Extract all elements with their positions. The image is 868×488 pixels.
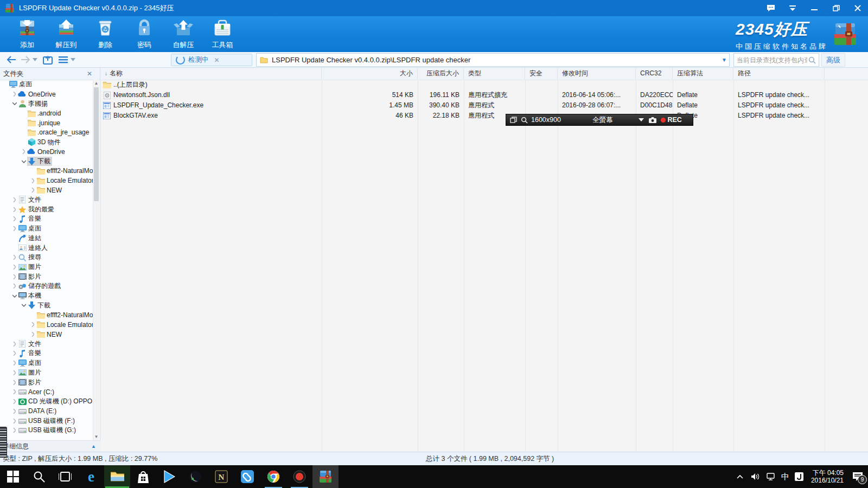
column-header-crc32[interactable]: CRC32 xyxy=(636,68,673,79)
expand-icon[interactable] xyxy=(11,399,18,404)
tree-item-連結[interactable]: 連結 xyxy=(0,234,93,243)
tree-item-Acer (C:)[interactable]: Acer (C:) xyxy=(0,387,93,397)
scroll-down-icon[interactable]: ▼ xyxy=(93,434,99,439)
n-app[interactable]: N xyxy=(208,465,234,488)
tree-item-Locale Emulator[interactable]: Locale Emulator xyxy=(0,176,93,185)
expand-icon[interactable] xyxy=(11,265,18,269)
expand-icon[interactable] xyxy=(11,380,18,385)
cell-name[interactable]: LSPDFR_Update_Checker.exe xyxy=(100,100,322,111)
expand-icon[interactable] xyxy=(11,92,18,97)
path-field[interactable]: ▼ xyxy=(256,53,730,67)
detail-info-bar[interactable]: 详细信息 ▲ xyxy=(0,440,100,452)
restore-button[interactable] xyxy=(829,2,843,14)
expand-icon[interactable] xyxy=(11,370,18,375)
scroll-up-icon[interactable]: ▲ xyxy=(93,81,99,86)
tree-item-圖片[interactable]: 圖片 xyxy=(0,262,93,272)
column-header-name[interactable]: ↓名称 xyxy=(100,68,322,79)
tree-item-下載[interactable]: 下載 xyxy=(0,157,93,166)
tree-item-.android[interactable]: .android xyxy=(0,108,93,118)
network-icon[interactable] xyxy=(765,473,777,480)
expand-up-icon[interactable]: ▲ xyxy=(91,444,96,449)
tree-item-李國揚[interactable]: 李國揚 xyxy=(0,99,93,108)
scan-close-icon[interactable]: ✕ xyxy=(214,56,220,64)
expand-icon[interactable] xyxy=(29,332,36,337)
tree-item-USB 磁碟機 (F:)[interactable]: USB 磁碟機 (F:) xyxy=(0,416,93,426)
tree-item-NEW[interactable]: NEW xyxy=(0,185,93,195)
tree-item-effff2-NaturalMotio[interactable]: effff2-NaturalMotio xyxy=(0,310,93,320)
file-row-LSPDFR_Update_Checker.exe[interactable]: LSPDFR_Update_Checker.exe1.45 MB390.40 K… xyxy=(100,100,868,111)
screen-recorder-overlay[interactable]: 868x488 全螢幕 REC xyxy=(506,114,693,126)
tree-item-本機[interactable]: 本機 xyxy=(0,291,93,301)
tree-item-3D 物件[interactable]: 3D 物件 xyxy=(0,137,93,147)
tree-item-搜尋[interactable]: 搜尋 xyxy=(0,253,93,262)
tree-item-OneDrive[interactable]: OneDrive xyxy=(0,147,93,157)
tray-clock[interactable]: 下午 04:05 2016/10/21 xyxy=(811,469,844,484)
volume-icon[interactable] xyxy=(750,473,762,480)
tree-item-NEW[interactable]: NEW xyxy=(0,330,93,339)
recorder-window-icon[interactable] xyxy=(510,117,517,123)
extract-button[interactable]: 解压到 xyxy=(47,16,86,52)
expand-icon[interactable] xyxy=(11,419,18,423)
tray-chevron-icon[interactable] xyxy=(734,474,746,479)
scroll-thumb[interactable] xyxy=(94,87,99,201)
tree-item-USB 磁碟機 (G:)[interactable]: USB 磁碟機 (G:) xyxy=(0,426,93,435)
tree-item-我的最愛[interactable]: 我的最愛 xyxy=(0,204,93,214)
cell-name[interactable]: BlockGTAV.exe xyxy=(100,111,322,121)
record-label[interactable]: REC xyxy=(667,116,681,124)
tree-item-文件[interactable]: 文件 xyxy=(0,195,93,205)
minimize-button[interactable] xyxy=(807,2,821,14)
docked-edge-widget[interactable] xyxy=(0,427,7,458)
taskbar-search-button[interactable] xyxy=(26,465,52,488)
search-icon[interactable] xyxy=(808,56,816,64)
advanced-search-button[interactable]: 高级 xyxy=(821,53,845,67)
close-button[interactable] xyxy=(851,2,865,14)
file-row-Newtonsoft.Json.dll[interactable]: Newtonsoft.Json.dll514 KB196.11 KB應用程式擴充… xyxy=(100,90,868,100)
chrome-browser[interactable] xyxy=(260,465,286,488)
file-row-..(上层目录)[interactable]: ..(上层目录) xyxy=(100,80,868,90)
file-explorer[interactable] xyxy=(104,465,130,488)
windows-store[interactable] xyxy=(130,465,156,488)
expand-icon[interactable] xyxy=(20,149,27,154)
collapse-icon[interactable] xyxy=(11,102,18,105)
expand-icon[interactable] xyxy=(29,322,36,327)
screen-recorder[interactable] xyxy=(286,465,312,488)
forward-icon[interactable] xyxy=(21,53,30,66)
expand-icon[interactable] xyxy=(11,284,18,288)
tree-item-影片[interactable]: 影片 xyxy=(0,272,93,281)
tree-item-OneDrive[interactable]: OneDrive xyxy=(0,89,93,99)
task-view-button[interactable] xyxy=(52,465,78,488)
expand-icon[interactable] xyxy=(11,216,18,221)
tree-item-下載[interactable]: 下載 xyxy=(0,301,93,311)
cell-name[interactable]: ..(上层目录) xyxy=(100,80,322,90)
tree-item-文件[interactable]: 文件 xyxy=(0,339,93,349)
expand-icon[interactable] xyxy=(11,409,18,414)
tree-item-音樂[interactable]: 音樂 xyxy=(0,349,93,358)
tree-item-DATA (E:)[interactable]: DATA (E:) xyxy=(0,406,93,416)
path-dropdown-icon[interactable]: ▼ xyxy=(719,57,729,63)
tree-item-桌面[interactable]: 桌面 xyxy=(0,358,93,368)
toolbox-button[interactable]: 工具箱 xyxy=(203,16,242,52)
ime-mode-icon[interactable] xyxy=(793,472,805,481)
expand-icon[interactable] xyxy=(11,342,18,346)
cell-name[interactable]: Newtonsoft.Json.dll xyxy=(100,90,322,100)
tree-item-effff2-NaturalMotio[interactable]: effff2-NaturalMotio xyxy=(0,166,93,176)
search-input[interactable] xyxy=(734,56,808,65)
tree-scrollbar[interactable]: ▲ ▼ xyxy=(93,80,99,440)
column-header-modified[interactable]: 修改时间 xyxy=(558,68,636,79)
expand-icon[interactable] xyxy=(11,389,18,394)
main-menu-icon[interactable] xyxy=(786,2,800,14)
action-center-icon[interactable]: 9 xyxy=(850,468,866,485)
feedback-icon[interactable] xyxy=(764,2,778,14)
recorder-mode[interactable]: 全螢幕 xyxy=(592,115,613,125)
back-icon[interactable] xyxy=(7,53,16,66)
column-header-security[interactable]: 安全 xyxy=(525,68,558,79)
folder-panel-close-icon[interactable]: ✕ xyxy=(87,70,92,78)
recorder-dropdown-icon[interactable] xyxy=(639,118,644,121)
tree-item-影片[interactable]: 影片 xyxy=(0,377,93,387)
open-folder-icon[interactable] xyxy=(43,53,53,66)
column-header-packed[interactable]: 压缩后大小 xyxy=(418,68,464,79)
expand-icon[interactable] xyxy=(11,226,18,231)
expand-icon[interactable] xyxy=(11,207,18,212)
view-dropdown-icon[interactable] xyxy=(71,53,75,66)
collapse-icon[interactable] xyxy=(20,304,27,307)
